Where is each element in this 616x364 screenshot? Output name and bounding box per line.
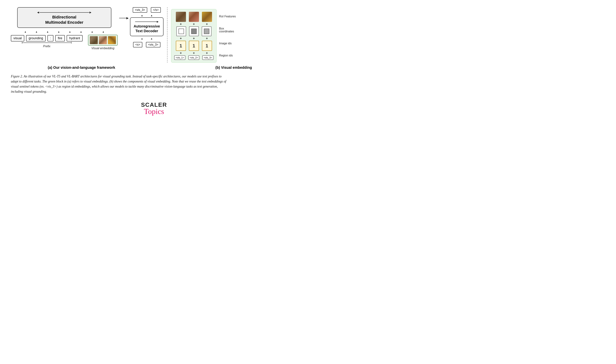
ve-col-2 [189, 12, 199, 22]
decoder-top-arrows [141, 14, 153, 17]
encoder-title: Bidirectional Multimodal Encoder [21, 15, 107, 25]
token-row-wrapper: visual grounding : fire hydrant [11, 35, 118, 50]
plus-2: + [189, 22, 199, 26]
title-a: (a) Our vision-and-language framework [11, 65, 152, 70]
decoder-inner-arrow [132, 20, 161, 23]
ve-box-row [176, 26, 212, 36]
decoder-input-arrows [141, 37, 153, 40]
bidirectional-arrow [37, 11, 92, 14]
ve-num-2: 1 [189, 41, 199, 51]
ve-panel: + + + + [171, 9, 216, 63]
ve-col-1 [176, 12, 186, 22]
bidir-arrow-row [21, 11, 107, 14]
arrow-up-img1 [80, 30, 82, 33]
decoder-box: Autoregressive Text Decoder [130, 17, 163, 36]
decoder-output-tokens: <vis_3> </s> [133, 7, 161, 13]
caption-text: Figure 2. An illustration of our VL-T5 a… [11, 74, 228, 94]
ve-box-1 [176, 26, 186, 36]
plus-7: + [176, 51, 186, 55]
ve-num-1: 1 [176, 41, 186, 51]
token-s-in: <s> [133, 42, 142, 47]
ve-img-2 [189, 12, 199, 22]
plus-4: + [176, 37, 186, 40]
title-b: (b) Visual embedding [170, 65, 297, 70]
decoder-input-tokens: <s> <vis_3> [133, 42, 161, 47]
image-ids-label: Image ids [219, 42, 236, 45]
plus-1: + [176, 22, 186, 26]
token-visual: visual [11, 35, 24, 41]
ve-img-3 [202, 12, 212, 22]
token-grounding: grounding [26, 35, 46, 41]
plus-6: + [202, 37, 212, 40]
arrow-up-fire [58, 30, 60, 33]
part-b-section: + + + + [171, 7, 236, 63]
arrow-up-vis3-in [150, 37, 153, 40]
arrow-up-visual [24, 30, 27, 33]
token-hydrant: hydrant [67, 35, 82, 41]
arrow-up-img2 [91, 30, 93, 33]
ve-image-row [176, 12, 212, 22]
visual-embed-label: Visual embedding [92, 47, 114, 50]
arrow-up-img3 [102, 30, 105, 33]
ve-img-1 [176, 12, 186, 22]
visual-embed-token-row [88, 35, 118, 46]
box-coords-label: Boxcoordinates [219, 27, 236, 33]
token-colon: : [47, 35, 54, 41]
thumb-img-1 [90, 36, 98, 44]
ve-region-row: <vis_1> <vis_2> <vis_3> [174, 55, 214, 60]
arrow-up-s [141, 37, 143, 40]
ve-plus-row-2: + + + [176, 37, 212, 40]
ve-box-3 [202, 26, 212, 36]
encoder-box: Bidirectional Multimodal Encoder [17, 7, 111, 28]
token-eos-out: </s> [151, 7, 161, 13]
plus-9: + [202, 51, 212, 55]
ve-num-3: 1 [202, 41, 212, 51]
decoder-section: <vis_3> </s> Autoregressive Text Decoder [130, 7, 163, 47]
ve-col-3 [202, 12, 212, 22]
ve-region-3: <vis_3> [202, 55, 214, 60]
arrow-up-vis3 [141, 14, 143, 17]
diagram-titles-row: (a) Our vision-and-language framework (b… [11, 65, 297, 70]
diagram-section: Bidirectional Multimodal Encoder [11, 7, 297, 63]
part-a-section: Bidirectional Multimodal Encoder [11, 7, 163, 50]
encoder-decoder-wrap: Bidirectional Multimodal Encoder [11, 7, 118, 50]
prefix-group: visual grounding : fire hydrant [11, 35, 82, 48]
ve-plus-row-1: + + + [176, 22, 212, 26]
thumb-img-2 [99, 36, 107, 44]
prefix-label: Prefix [43, 45, 51, 48]
arrow-up-colon [46, 30, 49, 33]
token-fire: fire [55, 35, 65, 41]
logo-topics: Topics [141, 107, 167, 116]
ve-side-labels: RoI Features Boxcoordinates Image ids Re… [216, 9, 236, 62]
logo-section: SCALER Topics [11, 102, 297, 116]
prefix-token-row: visual grounding : fire hydrant [11, 35, 82, 41]
page: Bidirectional Multimodal Encoder [0, 0, 308, 182]
thumb-img-3 [108, 36, 116, 44]
plus-3: + [202, 22, 212, 26]
plus-8: + [189, 51, 199, 55]
encoder-to-decoder-arrow [119, 16, 129, 20]
ve-numbox-row: 1 1 1 [176, 41, 212, 51]
ve-plus-row-3: + + + [176, 51, 212, 55]
ve-region-1: <vis_1> [174, 55, 186, 60]
prefix-brace [22, 42, 71, 44]
ve-region-2: <vis_2> [188, 55, 200, 60]
plus-5: + [189, 37, 199, 40]
region-ids-label: Region ids [219, 54, 236, 57]
arrow-up-grounding [35, 30, 38, 33]
token-vis3-in: <vis_3> [146, 42, 161, 47]
section-divider [167, 7, 167, 63]
arrow-up-hydrant [69, 30, 71, 33]
roi-label: RoI Features [219, 15, 236, 18]
encoder-input-arrows [17, 30, 111, 33]
logo-wrap: SCALER Topics [141, 102, 167, 116]
visual-embed-input-group: Visual embedding [88, 35, 118, 50]
decoder-title: Autoregressive Text Decoder [132, 24, 161, 33]
caption-section: Figure 2. An illustration of our VL-T5 a… [11, 74, 228, 94]
token-vis3-out: <vis_3> [133, 7, 147, 13]
arrow-up-eos [150, 14, 153, 17]
ve-box-2 [189, 26, 199, 36]
